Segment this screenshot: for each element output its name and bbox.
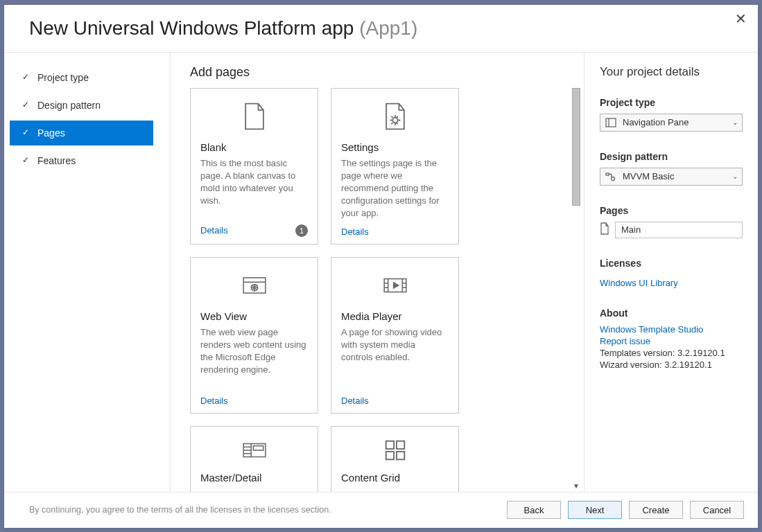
card-desc: A page for showing video with system med… <box>341 326 449 364</box>
project-type-select[interactable]: Navigation Pane ⌄ <box>600 114 743 132</box>
master-detail-icon <box>200 434 308 468</box>
page-main-field[interactable]: Main <box>615 222 743 238</box>
card-title: Blank <box>200 141 308 153</box>
nav-label: Design pattern <box>37 100 101 111</box>
about-link-report[interactable]: Report issue <box>600 336 650 346</box>
scrollbar-thumb[interactable] <box>572 88 580 206</box>
close-icon[interactable]: ✕ <box>735 12 747 26</box>
card-content-grid[interactable]: Content Grid <box>331 426 459 492</box>
details-link[interactable]: Details <box>341 227 369 237</box>
media-player-icon <box>341 265 449 306</box>
center-heading: Add pages <box>190 65 581 80</box>
svg-rect-19 <box>386 452 393 459</box>
back-button[interactable]: Back <box>507 501 561 519</box>
nav-item-design-pattern[interactable]: ✓ Design pattern <box>10 93 153 118</box>
card-title: Settings <box>341 141 449 153</box>
wizard-version: Wizard version: 3.2.19120.1 <box>600 360 743 370</box>
settings-page-icon <box>341 96 449 137</box>
details-panel: Your project details Project type Naviga… <box>585 53 758 492</box>
svg-rect-23 <box>606 173 609 175</box>
blank-page-icon <box>200 96 308 137</box>
details-link[interactable]: Details <box>200 225 228 236</box>
svg-rect-21 <box>606 118 616 127</box>
scrollbar-track[interactable]: ▼ <box>571 88 581 492</box>
nav-item-features[interactable]: ✓ Features <box>10 148 153 173</box>
mvvm-icon <box>605 172 617 181</box>
card-blank[interactable]: Blank This is the most basic page. A bla… <box>190 88 318 245</box>
title-main: New Universal Windows Platform app <box>29 17 354 39</box>
svg-point-0 <box>392 117 397 122</box>
card-settings[interactable]: Settings The settings page is the page w… <box>331 88 459 245</box>
project-type-value: Navigation Pane <box>623 117 689 127</box>
card-master-detail[interactable]: Master/Detail <box>190 426 318 492</box>
cards-grid: Blank This is the most basic page. A bla… <box>190 88 581 492</box>
card-title: Web View <box>200 310 308 322</box>
check-icon: ✓ <box>22 100 29 109</box>
card-title: Media Player <box>341 310 449 322</box>
nav-item-project-type[interactable]: ✓ Project type <box>10 65 153 90</box>
title-suffix: (App1) <box>359 17 417 39</box>
project-type-label: Project type <box>600 97 743 108</box>
svg-rect-16 <box>253 446 263 450</box>
card-desc: This is the most basic page. A blank can… <box>200 157 308 208</box>
pages-label: Pages <box>600 205 743 216</box>
chevron-down-icon: ⌄ <box>732 172 738 180</box>
about-label: About <box>600 308 743 319</box>
check-icon: ✓ <box>22 72 29 82</box>
details-heading: Your project details <box>600 65 743 79</box>
license-link[interactable]: Windows UI Library <box>600 278 678 288</box>
create-button[interactable]: Create <box>629 501 683 519</box>
svg-rect-18 <box>396 441 404 449</box>
templates-version: Templates version: 3.2.19120.1 <box>600 348 743 358</box>
about-link-studio[interactable]: Windows Template Studio <box>600 324 703 335</box>
cancel-button[interactable]: Cancel <box>690 501 744 519</box>
details-link[interactable]: Details <box>341 396 369 406</box>
dialog-window: ✕ New Universal Windows Platform app (Ap… <box>4 5 758 528</box>
card-title: Content Grid <box>341 472 449 484</box>
nav-label: Project type <box>37 72 89 83</box>
content-grid-icon <box>341 434 449 468</box>
page-main-value: Main <box>621 224 641 235</box>
nav-item-pages[interactable]: ✓ Pages <box>10 121 153 145</box>
card-desc: The settings page is the page where we r… <box>341 157 449 220</box>
check-icon: ✓ <box>22 127 29 137</box>
count-badge: 1 <box>295 224 308 237</box>
nav-label: Features <box>37 155 76 166</box>
page-icon <box>600 222 609 237</box>
design-pattern-label: Design pattern <box>600 151 743 162</box>
nav-label: Pages <box>37 127 65 139</box>
center-panel: Add pages Blank This is the most basic p… <box>171 53 585 492</box>
svg-rect-17 <box>386 441 393 449</box>
details-link[interactable]: Details <box>200 396 228 406</box>
wizard-nav: ✓ Project type ✓ Design pattern ✓ Pages … <box>4 53 171 492</box>
nav-pane-icon <box>605 118 617 127</box>
cards-scroll-area: Blank This is the most basic page. A bla… <box>190 88 581 492</box>
design-pattern-select[interactable]: MVVM Basic ⌄ <box>600 168 743 186</box>
chevron-down-icon: ⌄ <box>732 118 738 126</box>
dialog-title: New Universal Windows Platform app (App1… <box>29 17 733 39</box>
card-desc: The web view page renders web content us… <box>200 326 308 377</box>
licenses-label: Licenses <box>600 258 743 269</box>
footer-bar: By continuing, you agree to the terms of… <box>4 492 758 528</box>
footer-note: By continuing, you agree to the terms of… <box>29 505 331 515</box>
web-view-icon <box>200 265 308 306</box>
svg-point-24 <box>612 177 615 180</box>
next-button[interactable]: Next <box>568 501 622 519</box>
titlebar: ✕ New Universal Windows Platform app (Ap… <box>4 5 758 53</box>
card-media-player[interactable]: Media Player A page for showing video wi… <box>331 257 459 414</box>
design-pattern-value: MVVM Basic <box>623 171 674 181</box>
card-title: Master/Detail <box>200 472 308 484</box>
scroll-down-icon[interactable]: ▼ <box>572 482 580 490</box>
svg-rect-20 <box>396 452 404 459</box>
card-web-view[interactable]: Web View The web view page renders web c… <box>190 257 318 414</box>
check-icon: ✓ <box>22 155 29 165</box>
